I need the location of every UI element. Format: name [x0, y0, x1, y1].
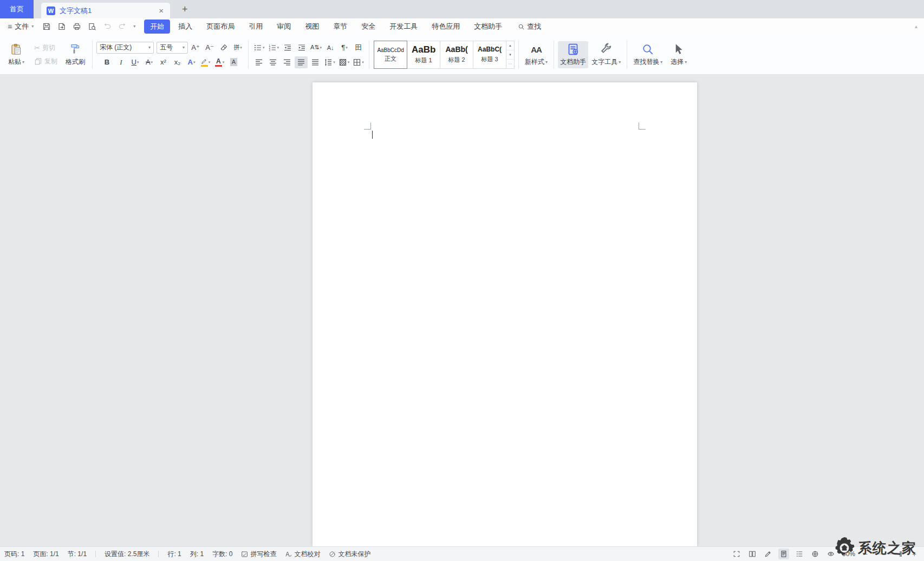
print-icon[interactable]: [73, 22, 81, 31]
proofread-button[interactable]: 文档校对: [285, 550, 320, 559]
tab-view[interactable]: 视图: [299, 20, 325, 34]
numbered-list-button[interactable]: ▾: [267, 42, 281, 54]
borders-icon: [353, 58, 361, 67]
export-icon[interactable]: [57, 22, 66, 31]
bold-button[interactable]: B: [101, 56, 114, 68]
tab-insert[interactable]: 插入: [172, 20, 198, 34]
document-tab[interactable]: W 文字文稿1 ×: [41, 3, 170, 18]
tab-developer[interactable]: 开发工具: [383, 20, 424, 34]
status-column[interactable]: 列: 1: [190, 550, 204, 559]
font-family-select[interactable]: 宋体 (正文) ▾: [96, 42, 154, 54]
web-layout-icon[interactable]: [810, 549, 821, 559]
status-separator: [95, 551, 96, 557]
strikethrough-button[interactable]: A▾: [143, 56, 156, 68]
spellcheck-button[interactable]: 拼写检查: [241, 550, 276, 559]
borders-button[interactable]: ▾: [352, 56, 365, 68]
save-icon[interactable]: [42, 22, 51, 31]
sort-button[interactable]: A↓: [324, 42, 337, 54]
ink-mode-icon[interactable]: [763, 549, 773, 559]
gallery-more-icon[interactable]: ⋯: [506, 60, 514, 68]
justify-button[interactable]: [295, 56, 308, 68]
statusbar: 页码: 1 页面: 1/1 节: 1/1 设置值: 2.5厘米 行: 1 列: …: [0, 546, 924, 561]
ribbon: 粘贴▾ ✂ 剪切 复制 格式刷 宋体 (正文): [0, 35, 924, 75]
decrease-font-button[interactable]: A⁻: [203, 42, 216, 54]
pinyin-guide-button[interactable]: 拼▾: [231, 42, 244, 54]
print-preview-icon[interactable]: [88, 22, 96, 31]
align-center-button[interactable]: [266, 56, 279, 68]
show-marks-button[interactable]: ¶▾: [338, 42, 351, 54]
new-style-button[interactable]: AA 新样式▾: [523, 41, 550, 68]
document-page[interactable]: [313, 82, 697, 546]
text-tools-button[interactable]: 文字工具▾: [589, 41, 623, 68]
paste-button[interactable]: 粘贴▾: [3, 41, 29, 68]
status-margin-setting[interactable]: 设置值: 2.5厘米: [105, 550, 149, 559]
tab-reference[interactable]: 引用: [243, 20, 269, 34]
chevron-down-icon: ▾: [277, 46, 279, 49]
tab-special-apps[interactable]: 特色应用: [426, 20, 466, 34]
font-color-button[interactable]: A▾: [213, 56, 226, 68]
tab-section[interactable]: 章节: [327, 20, 353, 34]
status-word-count[interactable]: 字数: 0: [212, 550, 232, 559]
clear-format-button[interactable]: [217, 42, 230, 54]
format-painter-button[interactable]: 格式刷: [62, 41, 88, 68]
manuscript-grid-button[interactable]: 田: [352, 42, 365, 54]
undo-icon[interactable]: [103, 22, 112, 31]
select-button[interactable]: 选择▾: [666, 41, 692, 68]
decrease-indent-button[interactable]: [281, 42, 294, 54]
text-direction-button[interactable]: A⇅▾: [309, 42, 323, 54]
chevron-down-icon: ▾: [348, 60, 350, 64]
line-spacing-button[interactable]: ▾: [323, 56, 336, 68]
home-button[interactable]: 首页: [0, 0, 34, 18]
italic-button[interactable]: I: [115, 56, 128, 68]
doc-assistant-button[interactable]: 文档助手: [558, 41, 588, 68]
subscript-button[interactable]: x₂: [171, 56, 184, 68]
style-heading1[interactable]: AaBb 标题 1: [407, 41, 440, 69]
side-by-side-view-icon[interactable]: [747, 549, 758, 559]
outline-view-icon[interactable]: [794, 549, 805, 559]
shading-button[interactable]: ▾: [337, 56, 351, 68]
distribute-button[interactable]: [309, 56, 322, 68]
status-page-number[interactable]: 页码: 1: [4, 550, 24, 559]
style-heading3[interactable]: AaBbC( 标题 3: [473, 41, 506, 69]
copy-button[interactable]: 复制: [32, 56, 60, 67]
increase-indent-button[interactable]: [295, 42, 308, 54]
align-left-button[interactable]: [252, 56, 265, 68]
gallery-scroll-up-icon[interactable]: ▴: [506, 41, 514, 50]
gallery-scroll-down-icon[interactable]: ▾: [506, 50, 514, 60]
tab-review[interactable]: 审阅: [271, 20, 297, 34]
page-view-icon[interactable]: [778, 549, 789, 559]
tab-page-layout[interactable]: 页面布局: [200, 20, 240, 34]
find-replace-button[interactable]: 查找替换▾: [631, 41, 665, 68]
bullet-list-button[interactable]: ▾: [252, 42, 266, 54]
font-size-select[interactable]: 五号 ▾: [157, 42, 188, 54]
status-page-count[interactable]: 页面: 1/1: [33, 550, 58, 559]
status-line[interactable]: 行: 1: [167, 550, 181, 559]
tab-doc-assistant[interactable]: 文档助手: [468, 20, 508, 34]
find-button[interactable]: 查找: [518, 22, 541, 31]
highlight-color-button[interactable]: ▾: [199, 56, 212, 68]
superscript-button[interactable]: x²: [157, 56, 170, 68]
status-section[interactable]: 节: 1/1: [68, 550, 87, 559]
cut-button[interactable]: ✂ 剪切: [32, 42, 60, 54]
tab-start[interactable]: 开始: [144, 20, 170, 34]
close-tab-icon[interactable]: ×: [158, 7, 165, 15]
protection-status[interactable]: 文档未保护: [329, 550, 370, 559]
fullscreen-icon[interactable]: [731, 549, 742, 559]
quick-access-more-icon[interactable]: ▾: [133, 24, 135, 29]
ribbon-collapse-icon[interactable]: ▴: [915, 23, 918, 29]
tab-security[interactable]: 安全: [355, 20, 381, 34]
underline-button[interactable]: U▾: [129, 56, 142, 68]
text-effects-button[interactable]: A▾: [185, 56, 198, 68]
increase-font-button[interactable]: A⁺: [189, 42, 202, 54]
align-right-button[interactable]: [281, 56, 294, 68]
select-label: 选择: [671, 57, 684, 67]
file-menu-button[interactable]: ≡ 文件 ▾: [5, 22, 36, 31]
new-tab-button[interactable]: +: [179, 4, 191, 14]
group-separator: [369, 41, 369, 69]
style-normal[interactable]: AaBbCcDd 正文: [374, 41, 407, 69]
ribbon-tab-bar: 开始 插入 页面布局 引用 审阅 视图 章节 安全 开发工具 特色应用 文档助手: [144, 20, 508, 34]
redo-icon[interactable]: [118, 22, 127, 31]
character-shading-button[interactable]: A: [227, 56, 240, 68]
style-heading2[interactable]: AaBb( 标题 2: [440, 41, 473, 69]
document-canvas[interactable]: [0, 75, 924, 546]
